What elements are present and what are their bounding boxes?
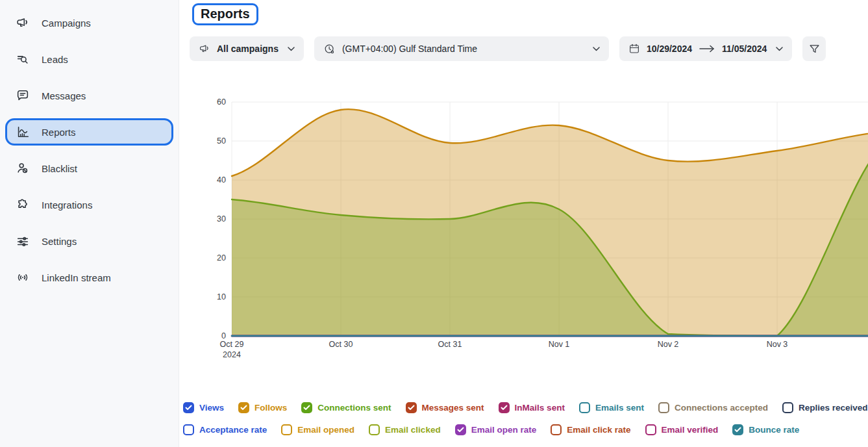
checked-checkbox-icon	[183, 402, 194, 413]
unchecked-checkbox-icon	[782, 402, 793, 413]
chevron-down-icon	[776, 47, 783, 51]
filter-toolbar: All campaigns (GMT+04:00) Gulf Standard …	[190, 36, 826, 61]
legend-label: Connections accepted	[675, 403, 768, 413]
svg-text:2024: 2024	[223, 350, 241, 359]
legend-row: ViewsFollowsConnections sentMessages sen…	[183, 399, 868, 416]
legend-label: Emails sent	[595, 403, 644, 413]
legend-item-emails-sent[interactable]: Emails sent	[579, 402, 644, 413]
sliders-icon	[16, 234, 30, 248]
sidebar-item-label: Blacklist	[42, 163, 77, 174]
sidebar: Campaigns Leads Messages Reports	[0, 0, 179, 447]
sidebar-item-settings[interactable]: Settings	[5, 227, 173, 255]
legend-item-messages-sent[interactable]: Messages sent	[406, 402, 484, 413]
sidebar-item-campaigns[interactable]: Campaigns	[5, 9, 173, 36]
unchecked-checkbox-icon	[658, 402, 669, 413]
sidebar-item-label: Reports	[42, 127, 76, 138]
legend-label: Follows	[254, 403, 287, 413]
checked-checkbox-icon	[499, 402, 510, 413]
svg-text:40: 40	[217, 175, 226, 185]
page-title: Reports	[192, 3, 258, 25]
reports-area-chart: 0102030405060Oct 292024Oct 30Oct 31Nov 1…	[190, 91, 868, 370]
unchecked-checkbox-icon	[281, 424, 292, 435]
svg-text:30: 30	[217, 214, 226, 224]
arrow-right-icon	[699, 45, 715, 53]
svg-text:20: 20	[217, 253, 226, 262]
sidebar-item-messages[interactable]: Messages	[5, 82, 173, 109]
legend-label: InMails sent	[515, 403, 565, 413]
campaigns-filter-label: All campaigns	[217, 44, 279, 54]
checked-checkbox-icon	[406, 402, 417, 413]
sidebar-item-leads[interactable]: Leads	[5, 45, 173, 73]
user-block-icon	[16, 161, 30, 175]
campaigns-filter-dropdown[interactable]: All campaigns	[190, 36, 304, 61]
svg-text:0: 0	[221, 331, 226, 340]
calendar-icon	[628, 43, 640, 55]
chevron-down-icon	[593, 47, 600, 51]
chart-icon	[16, 125, 30, 139]
sidebar-item-linkedin-stream[interactable]: LinkedIn stream	[5, 264, 173, 291]
legend-item-views[interactable]: Views	[183, 402, 224, 413]
legend-item-connections-sent[interactable]: Connections sent	[301, 402, 391, 413]
svg-text:Oct 31: Oct 31	[438, 340, 462, 349]
legend-label: Replies received	[799, 403, 868, 413]
date-range-picker[interactable]: 10/29/2024 11/05/2024	[619, 36, 792, 61]
svg-text:Oct 30: Oct 30	[329, 340, 353, 349]
date-from: 10/29/2024	[647, 44, 692, 54]
legend-item-email-open-rate[interactable]: Email open rate	[455, 424, 537, 435]
area-chart-canvas: 0102030405060Oct 292024Oct 30Oct 31Nov 1…	[190, 91, 868, 370]
main-content: Reports All campaigns (GMT+04:00) Gulf S…	[179, 0, 868, 447]
legend-label: Acceptance rate	[199, 425, 267, 435]
legend-label: Email verified	[662, 425, 719, 435]
puzzle-icon	[16, 198, 30, 212]
legend-label: Email clicked	[385, 425, 441, 435]
date-to: 11/05/2024	[722, 44, 767, 54]
svg-text:50: 50	[217, 136, 226, 146]
legend-item-email-opened[interactable]: Email opened	[281, 424, 354, 435]
legend-item-replies-received[interactable]: Replies received	[782, 402, 868, 413]
legend-item-inmails-sent[interactable]: InMails sent	[499, 402, 565, 413]
sidebar-item-label: Leads	[42, 54, 68, 65]
checked-checkbox-icon	[732, 424, 743, 435]
timezone-label: (GMT+04:00) Gulf Standard Time	[342, 44, 584, 54]
chat-bubble-icon	[16, 88, 30, 103]
legend-item-email-verified[interactable]: Email verified	[645, 424, 719, 435]
legend-item-bounce-rate[interactable]: Bounce rate	[732, 424, 799, 435]
svg-text:Oct 29: Oct 29	[220, 340, 244, 349]
svg-text:60: 60	[217, 97, 226, 107]
legend-item-email-click-rate[interactable]: Email click rate	[551, 424, 630, 435]
chevron-down-icon	[288, 47, 295, 51]
sidebar-item-label: Campaigns	[42, 18, 91, 29]
legend-label: Bounce rate	[749, 425, 799, 435]
legend-row: Acceptance rateEmail openedEmail clicked…	[183, 421, 868, 438]
unchecked-checkbox-icon	[551, 424, 562, 435]
filter-button[interactable]	[802, 36, 826, 61]
legend-item-follows[interactable]: Follows	[238, 402, 287, 413]
sidebar-item-blacklist[interactable]: Blacklist	[5, 155, 173, 182]
megaphone-icon	[199, 43, 210, 55]
unchecked-checkbox-icon	[183, 424, 194, 435]
unchecked-checkbox-icon	[579, 402, 590, 413]
funnel-icon	[809, 44, 820, 55]
sidebar-item-reports[interactable]: Reports	[5, 118, 173, 146]
svg-text:Nov 1: Nov 1	[549, 340, 570, 349]
app-window: Campaigns Leads Messages Reports	[0, 0, 868, 447]
unchecked-checkbox-icon	[645, 424, 656, 435]
sidebar-item-label: Messages	[42, 90, 86, 101]
timezone-select[interactable]: (GMT+04:00) Gulf Standard Time	[314, 36, 609, 61]
chart-legend: ViewsFollowsConnections sentMessages sen…	[183, 399, 868, 443]
svg-text:10: 10	[217, 292, 226, 301]
unchecked-checkbox-icon	[369, 424, 380, 435]
svg-text:Nov 2: Nov 2	[658, 340, 679, 349]
legend-item-connections-accepted[interactable]: Connections accepted	[658, 402, 768, 413]
legend-item-acceptance-rate[interactable]: Acceptance rate	[183, 424, 267, 435]
clock-settings-icon	[323, 43, 336, 55]
legend-label: Views	[199, 403, 224, 413]
sidebar-item-integrations[interactable]: Integrations	[5, 191, 173, 218]
legend-label: Email opened	[297, 425, 354, 435]
checked-checkbox-icon	[238, 402, 249, 413]
legend-label: Connections sent	[317, 403, 391, 413]
sidebar-item-label: Settings	[42, 236, 77, 247]
list-search-icon	[16, 52, 30, 66]
legend-item-email-clicked[interactable]: Email clicked	[369, 424, 441, 435]
sidebar-item-label: LinkedIn stream	[42, 272, 111, 283]
